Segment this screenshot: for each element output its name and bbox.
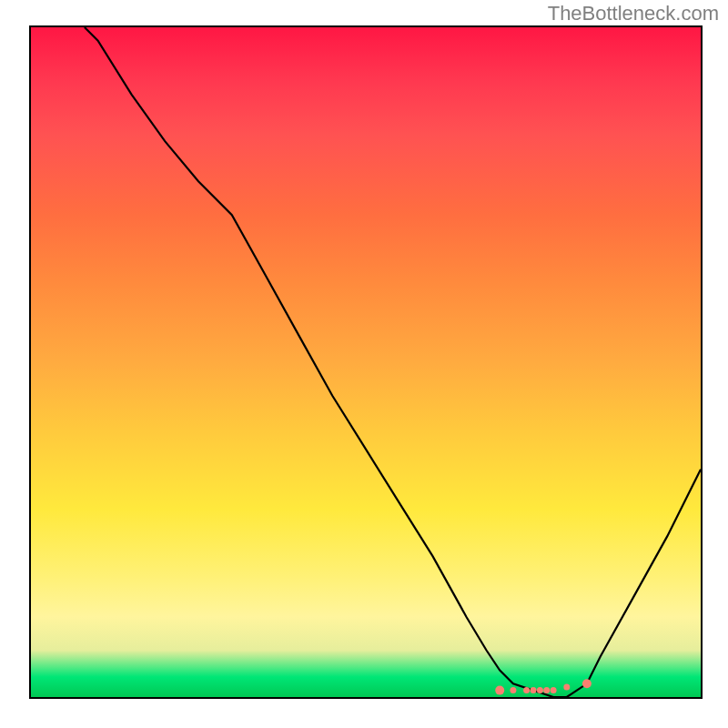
curve-marker xyxy=(582,679,592,688)
curve-marker xyxy=(531,687,537,693)
curve-marker xyxy=(523,687,530,693)
curve-marker xyxy=(495,686,504,695)
bottleneck-curve-svg xyxy=(31,27,701,697)
curve-marker xyxy=(563,684,570,691)
curve-marker xyxy=(551,687,557,693)
curve-marker xyxy=(510,687,516,693)
curve-marker xyxy=(543,687,550,693)
watermark-text: TheBottleneck.com xyxy=(548,2,719,25)
bottleneck-curve xyxy=(85,27,701,697)
curve-marker xyxy=(537,687,543,693)
chart-plot-area xyxy=(29,25,703,699)
